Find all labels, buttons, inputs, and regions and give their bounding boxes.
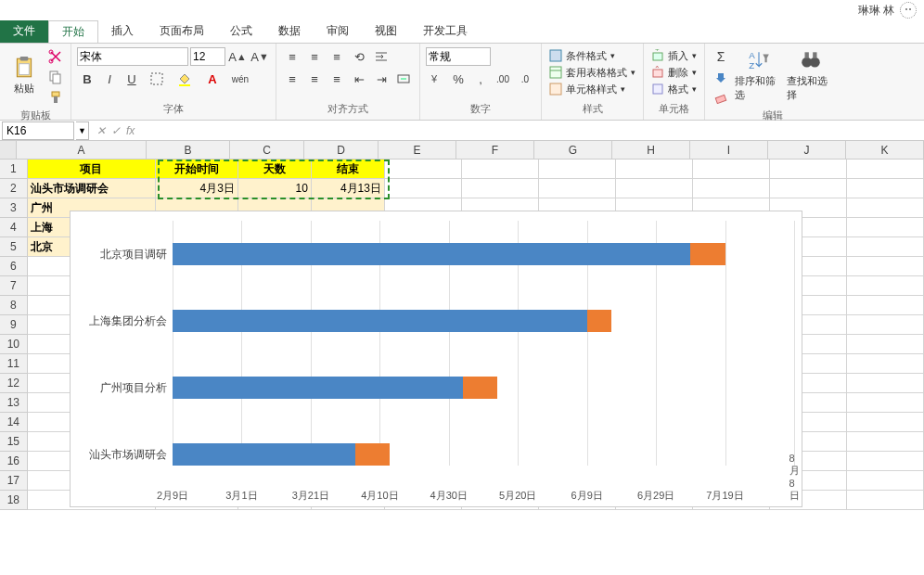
- tab-layout[interactable]: 页面布局: [147, 20, 217, 43]
- row-header[interactable]: 9: [0, 315, 28, 335]
- cut-button[interactable]: [46, 47, 65, 66]
- row-header[interactable]: 14: [0, 413, 28, 432]
- cell[interactable]: [847, 335, 924, 354]
- grid[interactable]: ABCDEFGHIJK 1项目开始时间天数结束2汕头市场调研会4月3日104月1…: [0, 141, 924, 575]
- row-header[interactable]: 5: [0, 237, 28, 257]
- cell[interactable]: [847, 413, 924, 432]
- align-left-button[interactable]: ≡: [282, 70, 302, 88]
- column-header[interactable]: F: [456, 141, 534, 159]
- phonetic-button[interactable]: wén: [227, 70, 253, 88]
- paste-button[interactable]: 粘贴: [6, 47, 43, 103]
- cell[interactable]: [385, 160, 462, 179]
- cell[interactable]: 天数: [238, 160, 312, 179]
- cell[interactable]: [847, 218, 924, 237]
- cell[interactable]: [847, 237, 924, 257]
- tab-home[interactable]: 开始: [48, 20, 98, 43]
- row-header[interactable]: 2: [0, 179, 28, 198]
- cell-styles-button[interactable]: 单元格样式▾: [547, 81, 627, 97]
- decrease-decimal-button[interactable]: .0: [515, 70, 535, 88]
- comma-button[interactable]: ,: [470, 70, 491, 88]
- cell[interactable]: [847, 276, 924, 296]
- tab-file[interactable]: 文件: [0, 20, 48, 43]
- increase-font-button[interactable]: A▲: [227, 47, 248, 66]
- cell[interactable]: [770, 179, 847, 198]
- column-header[interactable]: D: [304, 141, 379, 159]
- autosum-button[interactable]: Σ: [711, 47, 731, 66]
- tab-view[interactable]: 视图: [362, 20, 410, 43]
- cell[interactable]: [847, 160, 924, 179]
- avatar-icon[interactable]: [900, 2, 917, 19]
- align-middle-button[interactable]: ≡: [304, 47, 325, 66]
- row-header[interactable]: 7: [0, 276, 28, 296]
- cell[interactable]: [847, 354, 924, 374]
- chart-bar[interactable]: 汕头市场调研会: [173, 443, 390, 466]
- column-header[interactable]: I: [690, 141, 768, 159]
- column-header[interactable]: G: [534, 141, 612, 159]
- column-header[interactable]: K: [846, 141, 924, 159]
- column-header[interactable]: C: [230, 141, 304, 159]
- row-header[interactable]: 4: [0, 218, 28, 237]
- underline-button[interactable]: U: [122, 70, 142, 88]
- cell[interactable]: [462, 160, 539, 179]
- cell[interactable]: 4月13日: [312, 179, 385, 198]
- cell[interactable]: [847, 452, 924, 471]
- insert-cells-button[interactable]: +插入▾: [649, 47, 699, 64]
- row-header[interactable]: 17: [0, 471, 28, 491]
- fill-color-button[interactable]: [172, 70, 198, 88]
- tab-data[interactable]: 数据: [265, 20, 314, 43]
- cell[interactable]: 4月3日: [156, 179, 238, 198]
- align-center-button[interactable]: ≡: [304, 70, 325, 88]
- select-all-corner[interactable]: [0, 141, 17, 159]
- delete-cells-button[interactable]: ×删除▾: [649, 64, 699, 81]
- decrease-indent-button[interactable]: ⇤: [349, 70, 369, 88]
- find-select-button[interactable]: 查找和选择: [787, 47, 835, 103]
- font-color-button[interactable]: A: [199, 70, 225, 88]
- orientation-button[interactable]: ⟲: [349, 47, 369, 66]
- wrap-text-button[interactable]: [371, 47, 391, 66]
- cell[interactable]: [847, 315, 924, 335]
- cell[interactable]: [847, 257, 924, 276]
- cell[interactable]: 开始时间: [156, 160, 238, 179]
- cell[interactable]: [539, 160, 616, 179]
- row-header[interactable]: 3: [0, 198, 28, 218]
- decrease-font-button[interactable]: A▼: [250, 47, 270, 66]
- bold-button[interactable]: B: [77, 70, 97, 88]
- fill-button[interactable]: [711, 68, 731, 86]
- border-button[interactable]: [144, 70, 170, 88]
- cell[interactable]: [847, 179, 924, 198]
- name-box[interactable]: [2, 121, 74, 140]
- number-format-select[interactable]: [426, 47, 491, 66]
- column-header[interactable]: E: [379, 141, 456, 159]
- fx-button[interactable]: fx: [126, 124, 135, 137]
- tab-insert[interactable]: 插入: [98, 20, 147, 43]
- cell[interactable]: [616, 160, 693, 179]
- cancel-formula-button[interactable]: ✕: [96, 124, 106, 137]
- cell[interactable]: [847, 471, 924, 491]
- chart[interactable]: 2月9日3月1日3月21日4月10日4月30日5月20日6月9日6月29日7月1…: [70, 211, 802, 507]
- name-box-dropdown[interactable]: ▼: [76, 121, 89, 140]
- cell[interactable]: [693, 179, 770, 198]
- row-header[interactable]: 18: [0, 491, 28, 510]
- currency-button[interactable]: ¥: [426, 70, 446, 88]
- cell[interactable]: [462, 179, 539, 198]
- align-top-button[interactable]: ≡: [282, 47, 302, 66]
- cell[interactable]: [616, 179, 693, 198]
- cell[interactable]: 结束: [312, 160, 385, 179]
- row-header[interactable]: 8: [0, 296, 28, 315]
- font-size-select[interactable]: [190, 47, 225, 66]
- format-painter-button[interactable]: [46, 88, 65, 107]
- row-header[interactable]: 12: [0, 374, 28, 393]
- tab-dev[interactable]: 开发工具: [410, 20, 481, 43]
- cell[interactable]: [847, 393, 924, 413]
- column-header[interactable]: B: [147, 141, 230, 159]
- enter-formula-button[interactable]: ✓: [111, 124, 121, 137]
- column-header[interactable]: A: [17, 141, 147, 159]
- cell[interactable]: [693, 160, 770, 179]
- cell[interactable]: 项目: [28, 160, 156, 179]
- row-header[interactable]: 6: [0, 257, 28, 276]
- tab-review[interactable]: 审阅: [314, 20, 362, 43]
- conditional-format-button[interactable]: 条件格式▾: [547, 47, 617, 64]
- column-header[interactable]: H: [612, 141, 690, 159]
- italic-button[interactable]: I: [99, 70, 120, 88]
- row-header[interactable]: 15: [0, 432, 28, 452]
